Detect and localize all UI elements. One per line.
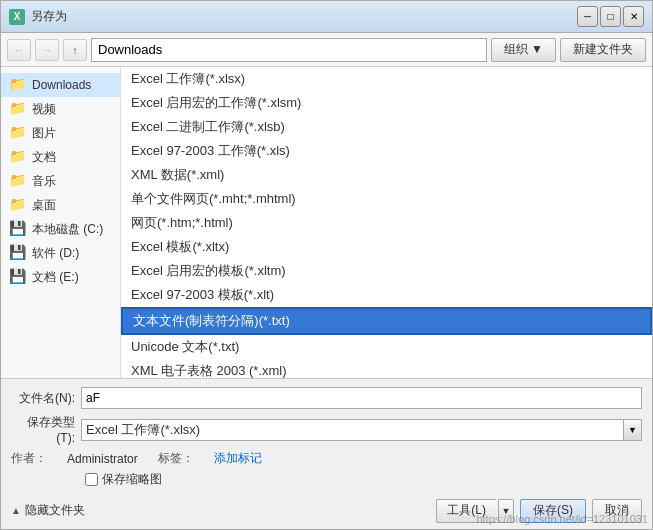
sidebar-item-documents[interactable]: 📁文档 [1,145,120,169]
tools-button[interactable]: 工具(L) [436,499,496,523]
folder-icon: 📁 [9,124,27,142]
up-button[interactable]: ↑ [63,39,87,61]
filetype-dropdown-arrow[interactable]: ▼ [624,419,642,441]
sidebar: 📁Downloads📁视频📁图片📁文档📁音乐📁桌面💾本地磁盘 (C:)💾软件 (… [1,67,121,378]
action-buttons: 工具(L) ▼ 保存(S) 取消 [436,499,642,523]
hide-files-label[interactable]: 隐藏文件夹 [25,502,85,519]
filetype-option-2[interactable]: Excel 二进制工作簿(*.xlsb) [121,115,652,139]
tools-arrow[interactable]: ▼ [498,499,514,523]
file-type-list: Excel 工作簿(*.xlsx)Excel 启用宏的工作簿(*.xlsm)Ex… [121,67,652,378]
filetype-option-7[interactable]: Excel 模板(*.xltx) [121,235,652,259]
sidebar-label-local-disk-c: 本地磁盘 (C:) [32,221,103,238]
save-button[interactable]: 保存(S) [520,499,586,523]
filetype-option-3[interactable]: Excel 97-2003 工作簿(*.xls) [121,139,652,163]
sidebar-label-downloads: Downloads [32,78,91,92]
drive-icon: 💾 [9,268,27,286]
filetype-option-12[interactable]: XML 电子表格 2003 (*.xml) [121,359,652,378]
sidebar-item-pictures[interactable]: 📁图片 [1,121,120,145]
hide-files-row: ▲ 隐藏文件夹 [11,498,85,523]
sidebar-item-videos[interactable]: 📁视频 [1,97,120,121]
save-dialog: X 另存为 ─ □ ✕ ← → ↑ Downloads 组织 ▼ 新建文件夹 📁… [0,0,653,530]
sidebar-label-documents-e: 文档 (E:) [32,269,79,286]
organize-button[interactable]: 组织 ▼ [491,38,556,62]
address-bar[interactable]: Downloads [91,38,487,62]
expand-icon: ▲ [11,505,21,516]
filetype-option-10[interactable]: 文本文件(制表符分隔)(*.txt) [121,307,652,335]
sidebar-label-documents: 文档 [32,149,56,166]
file-type-dropdown-list[interactable]: Excel 工作簿(*.xlsx)Excel 启用宏的工作簿(*.xlsm)Ex… [121,67,652,378]
sidebar-label-pictures: 图片 [32,125,56,142]
sidebar-item-downloads[interactable]: 📁Downloads [1,73,120,97]
address-text: Downloads [98,42,162,57]
filename-input[interactable] [81,387,642,409]
folder-icon: 📁 [9,76,27,94]
excel-icon: X [9,9,25,25]
minimize-button[interactable]: ─ [577,6,598,27]
author-value: Administrator [67,452,138,466]
title-controls: ─ □ ✕ [577,6,644,27]
folder-icon: 📁 [9,196,27,214]
sidebar-label-software-d: 软件 (D:) [32,245,79,262]
sidebar-label-desktop: 桌面 [32,197,56,214]
new-folder-button[interactable]: 新建文件夹 [560,38,646,62]
cancel-button[interactable]: 取消 [592,499,642,523]
title-bar-left: X 另存为 [9,8,67,25]
thumbnail-label: 保存缩略图 [102,471,162,488]
filetype-option-8[interactable]: Excel 启用宏的模板(*.xltm) [121,259,652,283]
folder-icon: 📁 [9,148,27,166]
drive-icon: 💾 [9,244,27,262]
thumbnail-checkbox[interactable] [85,473,98,486]
close-button[interactable]: ✕ [623,6,644,27]
thumbnail-row: 保存缩略图 [85,471,642,488]
forward-button[interactable]: → [35,39,59,61]
filetype-row: 保存类型(T): Excel 工作簿(*.xlsx) ▼ [11,414,642,445]
meta-row: 作者： Administrator 标签： 添加标记 [11,450,642,467]
action-row: ▲ 隐藏文件夹 工具(L) ▼ 保存(S) 取消 [11,492,642,523]
filetype-option-1[interactable]: Excel 启用宏的工作簿(*.xlsm) [121,91,652,115]
sidebar-label-music: 音乐 [32,173,56,190]
bottom-area: 文件名(N): 保存类型(T): Excel 工作簿(*.xlsx) ▼ 作者：… [1,378,652,529]
title-bar: X 另存为 ─ □ ✕ [1,1,652,33]
sidebar-item-desktop[interactable]: 📁桌面 [1,193,120,217]
filetype-option-0[interactable]: Excel 工作簿(*.xlsx) [121,67,652,91]
filename-label: 文件名(N): [11,390,81,407]
dialog-title: 另存为 [31,8,67,25]
sidebar-label-videos: 视频 [32,101,56,118]
main-area: 📁Downloads📁视频📁图片📁文档📁音乐📁桌面💾本地磁盘 (C:)💾软件 (… [1,67,652,378]
sidebar-item-music[interactable]: 📁音乐 [1,169,120,193]
filename-row: 文件名(N): [11,387,642,409]
filetype-option-5[interactable]: 单个文件网页(*.mht;*.mhtml) [121,187,652,211]
back-button[interactable]: ← [7,39,31,61]
maximize-button[interactable]: □ [600,6,621,27]
filetype-option-9[interactable]: Excel 97-2003 模板(*.xlt) [121,283,652,307]
drive-icon: 💾 [9,220,27,238]
filetype-label: 保存类型(T): [11,414,81,445]
tag-value[interactable]: 添加标记 [214,450,262,467]
sidebar-item-documents-e[interactable]: 💾文档 (E:) [1,265,120,289]
filetype-select[interactable]: Excel 工作簿(*.xlsx) [81,419,624,441]
filetype-option-4[interactable]: XML 数据(*.xml) [121,163,652,187]
filetype-wrapper: Excel 工作簿(*.xlsx) ▼ [81,419,642,441]
tools-button-group: 工具(L) ▼ [436,499,514,523]
filetype-option-6[interactable]: 网页(*.htm;*.html) [121,211,652,235]
tag-label: 标签： [158,450,194,467]
toolbar: ← → ↑ Downloads 组织 ▼ 新建文件夹 [1,33,652,67]
folder-icon: 📁 [9,172,27,190]
filetype-option-11[interactable]: Unicode 文本(*.txt) [121,335,652,359]
filetype-value: Excel 工作簿(*.xlsx) [86,421,200,439]
author-label: 作者： [11,450,47,467]
folder-icon: 📁 [9,100,27,118]
sidebar-item-local-disk-c[interactable]: 💾本地磁盘 (C:) [1,217,120,241]
sidebar-item-software-d[interactable]: 💾软件 (D:) [1,241,120,265]
